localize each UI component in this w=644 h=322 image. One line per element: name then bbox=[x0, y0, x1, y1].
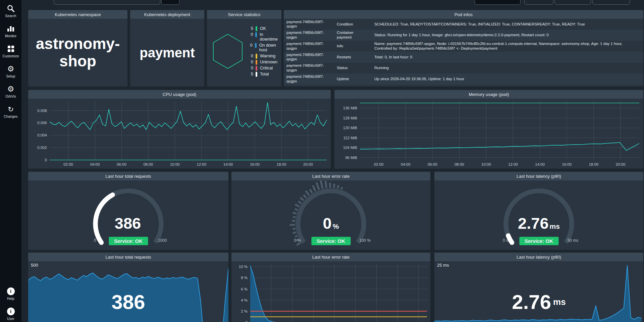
legend-item[interactable]: 0Warning bbox=[248, 54, 281, 59]
pod-value-cell: Name: payment-74856c59f7-qxgpn, Node: i-… bbox=[372, 41, 643, 52]
sidebar-item-setup[interactable]: ⚙ Setup bbox=[6, 64, 15, 78]
sidebar-item-label: Help bbox=[7, 297, 14, 301]
legend-item[interactable]: 0Unknown bbox=[248, 60, 281, 65]
gauge-min-label: 0 bbox=[82, 238, 108, 243]
gauge-value: 2.76ms bbox=[434, 214, 643, 232]
topbar-button-3[interactable] bbox=[555, 0, 591, 5]
svg-text:16:00: 16:00 bbox=[250, 162, 260, 166]
gear-icon: ⚙ bbox=[7, 84, 14, 94]
topbar-button-1[interactable] bbox=[475, 0, 521, 5]
pod-name-cell: payment-74856c59f7-qxgpn bbox=[284, 52, 334, 63]
svg-text:10 %: 10 % bbox=[239, 265, 248, 269]
svg-text:0.006: 0.006 bbox=[37, 121, 47, 125]
legend-count: 0 bbox=[248, 60, 253, 64]
svg-text:04:00: 04:00 bbox=[401, 162, 411, 166]
deployment-value: payment bbox=[130, 19, 204, 87]
sidebar-item-orbvis[interactable]: ⚙ OrbVis bbox=[5, 84, 16, 98]
svg-text:4 %: 4 % bbox=[241, 298, 248, 302]
panel-hour-error-rate: Last hour error rate 10 %8 %6 %4 %2 %0 bbox=[231, 253, 430, 322]
sidebar-item-help[interactable]: i Help bbox=[7, 286, 15, 301]
svg-text:20:00: 20:00 bbox=[303, 162, 313, 166]
sidebar-item-customize[interactable]: Customize bbox=[2, 44, 19, 58]
svg-text:20:00: 20:00 bbox=[616, 162, 626, 166]
sidebar-item-label: Customize bbox=[2, 54, 19, 58]
panel-title: Last hour total requests bbox=[28, 172, 228, 180]
legend-item[interactable]: 0Critical bbox=[248, 66, 281, 71]
legend-item[interactable]: 0On down host bbox=[248, 43, 281, 53]
pod-infos-table: payment-74856c59f7-qxgpnConditionSCHEDUL… bbox=[284, 19, 643, 85]
customize-icon bbox=[7, 44, 15, 54]
svg-text:18:00: 18:00 bbox=[589, 162, 598, 166]
gauge-max-label: 50 ms bbox=[559, 238, 586, 243]
svg-text:112 MiB: 112 MiB bbox=[343, 136, 358, 140]
legend-color-pill bbox=[256, 60, 257, 65]
sidebar-item-search[interactable]: Search bbox=[5, 3, 16, 18]
svg-text:6 %: 6 % bbox=[241, 287, 248, 291]
legend-count: 0 bbox=[248, 43, 253, 48]
panel-hour-total-requests: Last hour total requests 500 0 386 bbox=[28, 253, 228, 322]
panel-service-statistics: Service statistics 5OK0In downtime0On do… bbox=[207, 10, 281, 87]
panel-kubernetes-deployment: Kubernetes deployment payment bbox=[130, 10, 204, 87]
gauge-min-label: 0 s bbox=[492, 238, 519, 243]
svg-text:04:00: 04:00 bbox=[90, 162, 100, 166]
svg-text:14:00: 14:00 bbox=[223, 162, 233, 166]
svg-text:0.002: 0.002 bbox=[37, 146, 47, 150]
panel-gauge-total-requests: Last hour total requests 386 0 1000 Serv… bbox=[28, 172, 228, 250]
legend-count: 5 bbox=[248, 72, 253, 76]
panel-gauge-latency: Last hour latency (p90) 2.76ms 0 s 50 ms… bbox=[434, 172, 643, 250]
dashboard-filter-input[interactable] bbox=[54, 0, 160, 5]
pod-name-cell: payment-74856c59f7-qxgpn bbox=[284, 30, 334, 41]
service-status-badge: Service: OK bbox=[311, 237, 351, 245]
svg-text:02:00: 02:00 bbox=[374, 162, 384, 166]
legend-item[interactable]: 0In downtime bbox=[248, 32, 281, 42]
pod-value-cell: Running bbox=[372, 63, 643, 74]
svg-text:10:00: 10:00 bbox=[481, 162, 491, 166]
gauge-value: 0% bbox=[231, 214, 430, 232]
help-info-icon: i bbox=[7, 286, 15, 296]
pod-name-cell: payment-74856c59f7-qxgpn bbox=[284, 41, 334, 52]
sidebar-item-label: Setup bbox=[6, 74, 15, 78]
topbar-button-2[interactable] bbox=[524, 0, 553, 5]
pod-key-cell: Uptime bbox=[334, 73, 372, 85]
legend-item[interactable]: 5OK bbox=[248, 26, 281, 31]
pod-value-cell: Total: 0, In last hour: 0 bbox=[372, 52, 643, 63]
topbar-button-4[interactable] bbox=[592, 0, 630, 5]
legend-color-pill bbox=[256, 72, 257, 77]
svg-text:136 MiB: 136 MiB bbox=[343, 106, 358, 110]
legend-color-pill bbox=[256, 26, 257, 31]
sidebar-item-changes[interactable]: ↻ Changes bbox=[4, 104, 17, 118]
user-info-icon: i bbox=[7, 306, 15, 316]
service-statistics-legend: 5OK0In downtime0On down host0Warning0Unk… bbox=[248, 26, 281, 77]
sidebar-item-monitor[interactable]: Monitor bbox=[5, 23, 17, 38]
panel-title: Last hour latency (p90) bbox=[434, 172, 643, 180]
hour-latency-value: 2.76ms bbox=[434, 255, 643, 322]
legend-item[interactable]: 5Total bbox=[248, 72, 281, 77]
svg-text:06:00: 06:00 bbox=[428, 162, 437, 166]
legend-label: On down host bbox=[259, 43, 281, 53]
service-status-badge: Service: OK bbox=[519, 237, 558, 245]
sidebar-item-label: Search bbox=[5, 14, 16, 18]
panel-memory-usage: Memory usage (pod) 136 MiB128 MiB120 MiB… bbox=[334, 90, 643, 169]
svg-text:08:00: 08:00 bbox=[143, 162, 153, 166]
service-status-badge: Service: OK bbox=[109, 237, 148, 245]
svg-text:12:00: 12:00 bbox=[508, 162, 518, 166]
legend-color-pill bbox=[256, 54, 257, 59]
svg-text:16:00: 16:00 bbox=[562, 162, 572, 166]
svg-text:0: 0 bbox=[45, 158, 47, 162]
legend-color-pill bbox=[256, 66, 257, 71]
search-icon bbox=[6, 3, 15, 13]
panel-kubernetes-namespace: Kubernetes namespace astronomy-shop bbox=[28, 10, 127, 87]
svg-text:96 MiB: 96 MiB bbox=[345, 156, 357, 160]
sidebar-item-label: Changes bbox=[4, 115, 17, 118]
memory-usage-chart: 136 MiB128 MiB120 MiB112 MiB104 MiB96 Mi… bbox=[334, 99, 643, 169]
svg-text:14:00: 14:00 bbox=[535, 162, 545, 166]
panel-cpu-usage: CPU usage (pod) 0.0080.0060.0040.002002:… bbox=[28, 90, 331, 169]
hour-total-requests-value: 386 bbox=[28, 255, 228, 322]
svg-text:8 %: 8 % bbox=[241, 276, 248, 280]
filter-apply-button[interactable] bbox=[161, 0, 179, 5]
monitor-icon bbox=[7, 23, 15, 34]
gauge-value: 386 bbox=[28, 214, 228, 232]
panel-title: Service statistics bbox=[207, 10, 281, 19]
panel-hour-latency: Last hour latency (p90) 25 ms 2.76ms bbox=[434, 253, 643, 322]
sidebar-item-user[interactable]: i User bbox=[7, 306, 15, 321]
